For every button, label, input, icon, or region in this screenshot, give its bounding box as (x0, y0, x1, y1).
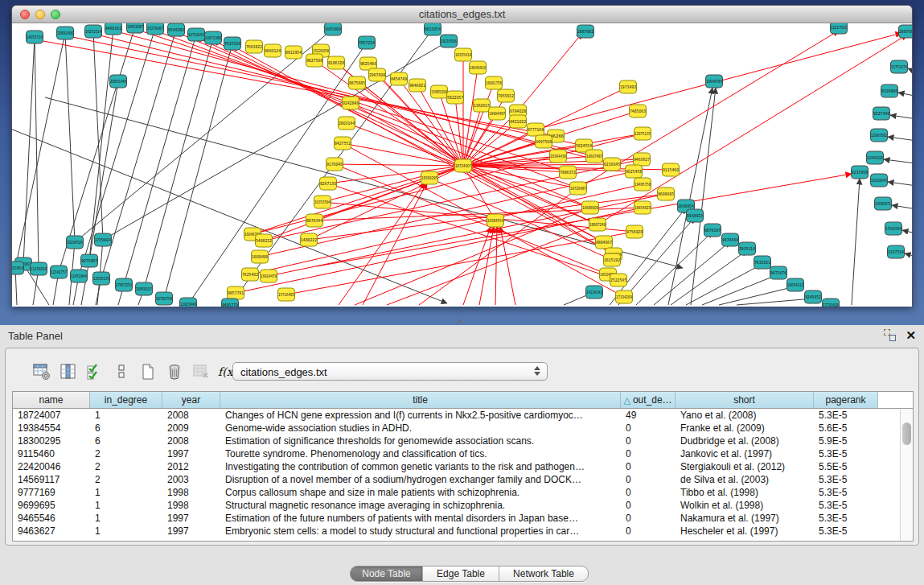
delete-icon[interactable] (164, 361, 185, 382)
tab-edge-table[interactable]: Edge Table (423, 566, 499, 581)
graph-node[interactable]: 12217032 (831, 23, 848, 34)
graph-node[interactable]: 16961758 (486, 76, 503, 89)
graph-node[interactable]: 9474444 (722, 233, 739, 246)
graph-node[interactable]: 16210643 (871, 174, 888, 187)
graph-node[interactable]: 2803144 (339, 117, 355, 130)
graph-node[interactable]: 17016504 (885, 222, 902, 235)
graph-node[interactable]: 15692971 (875, 197, 892, 210)
graph-node[interactable]: 16648784 (706, 75, 723, 88)
graph-node[interactable]: 9329966 (881, 84, 898, 97)
graph-node[interactable]: 11451944 (71, 270, 88, 282)
graph-node[interactable]: 18640910 (470, 61, 487, 74)
graph-node[interactable]: 1488222 (301, 233, 318, 246)
graph-node[interactable]: 1615192 (604, 253, 621, 266)
graph-node[interactable]: 8938923 (687, 209, 704, 222)
table-row[interactable]: 1456911722003Disruption of a novel membe… (13, 473, 913, 486)
table-row[interactable]: 1830029562008Estimation of significance … (13, 435, 913, 447)
graph-node[interactable]: 15276007 (147, 23, 164, 35)
graph-node[interactable]: 7632621 (754, 256, 771, 269)
column-header-out_de[interactable]: △out_de… (621, 392, 676, 408)
graph-node[interactable]: 20891406 (57, 27, 74, 39)
graph-node[interactable]: 8813054 (425, 23, 441, 35)
graph-node[interactable]: 9857791 (228, 286, 244, 299)
graph-node[interactable]: 14055714 (27, 31, 43, 43)
graph-node[interactable]: 17359924 (95, 233, 112, 246)
graph-node[interactable]: 9170046 (326, 158, 343, 171)
graph-node[interactable]: 9884067 (596, 236, 613, 249)
graph-node[interactable]: 8878344 (306, 214, 323, 227)
graph-node[interactable]: 9421022 (510, 115, 527, 128)
graph-node[interactable]: 12923448 (180, 298, 197, 307)
graph-node[interactable]: 1362615 (474, 99, 491, 112)
graph-node[interactable]: 10719165 (188, 28, 205, 41)
scrollbar-thumb[interactable] (902, 422, 911, 445)
tab-network-table[interactable]: Network Table (499, 566, 588, 581)
column-header-pagerank[interactable]: pagerank (814, 392, 878, 408)
graph-node[interactable]: 8186328 (328, 56, 345, 69)
graph-node[interactable]: 7986372 (560, 166, 577, 179)
graph-node[interactable]: 9466161 (105, 23, 122, 35)
graph-node[interactable]: 9846821 (409, 79, 426, 92)
graph-node[interactable]: 7857224 (359, 36, 376, 49)
row-selector-icon[interactable] (111, 361, 132, 382)
graph-node[interactable]: 14671388 (205, 31, 222, 44)
table-row[interactable]: 969969511998Structural magnetic resonanc… (13, 499, 913, 512)
table-row[interactable]: 1938455462009Genome-wide association stu… (13, 422, 913, 435)
graph-node[interactable]: 8912954 (285, 46, 302, 59)
tab-node-table[interactable]: Node Table (351, 566, 423, 581)
graph-node[interactable]: 17957253 (116, 278, 133, 291)
graph-node[interactable]: 19654923 (634, 201, 651, 214)
column-header-short[interactable]: short (676, 392, 814, 408)
graph-node[interactable]: 7663822 (246, 40, 263, 53)
graph-node[interactable]: 7625402 (242, 268, 259, 281)
table-row[interactable]: 1872400712008Changes of HCN gene express… (13, 409, 913, 422)
graph-node[interactable]: 2887682 (577, 25, 594, 38)
graph-node[interactable]: 9242848 (343, 97, 359, 109)
graph-node[interactable]: 12975135 (634, 127, 651, 140)
table-settings-icon[interactable] (31, 361, 52, 382)
graph-node[interactable]: 12142757 (51, 266, 68, 278)
graph-node[interactable]: 15716485 (278, 288, 295, 301)
graph-node[interactable]: 10958107 (136, 282, 153, 295)
graph-node[interactable]: 8504286 (168, 23, 185, 36)
graph-node[interactable]: 2935114 (739, 242, 756, 255)
graph-node[interactable]: 2967608 (369, 68, 386, 81)
graph-node[interactable]: 2522545 (610, 274, 627, 286)
graph-node[interactable]: 7485063 (630, 105, 647, 117)
graph-node[interactable]: 20364436 (550, 150, 567, 163)
graph-node[interactable]: 16914479 (261, 270, 277, 282)
graph-node[interactable]: 1167534 (888, 245, 905, 258)
graph-node[interactable]: 15751074 (891, 60, 908, 73)
graph-node[interactable]: 19495758 (634, 178, 651, 191)
graph-node[interactable]: 5498222 (256, 234, 273, 247)
graph-node[interactable]: 9025458 (626, 165, 643, 178)
graph-node[interactable]: 9463627 (634, 153, 651, 166)
graph-node[interactable]: 18724007 (455, 159, 472, 172)
graph-node[interactable]: 20053346 (110, 75, 127, 88)
column-header-name[interactable]: name (13, 392, 90, 408)
select-all-icon[interactable] (84, 361, 105, 382)
graph-node[interactable]: 15885209 (431, 85, 448, 98)
graph-node[interactable]: 9227349 (873, 107, 890, 120)
graph-node[interactable]: 18325419 (455, 48, 472, 61)
graph-node[interactable]: 6216045 (604, 158, 621, 171)
graph-node[interactable]: 12505135 (93, 272, 110, 285)
column-header-year[interactable]: year (162, 392, 220, 408)
graph-node[interactable]: 6879197 (704, 224, 721, 237)
graph-node[interactable]: 8215958 (852, 166, 869, 179)
float-panel-icon[interactable] (884, 329, 896, 341)
graph-node[interactable]: 14136141 (586, 286, 603, 299)
table-row[interactable]: 946554611997Estimation of the future num… (13, 512, 913, 525)
graph-node[interactable]: 17733426 (823, 299, 840, 307)
graph-node[interactable]: 16099489 (252, 250, 269, 263)
graph-node[interactable]: 3915954 (12, 262, 24, 274)
column-header-in_degree[interactable]: in_degree (90, 392, 162, 408)
graph-node[interactable]: 9115460 (663, 163, 680, 176)
graph-node[interactable]: 2887682 (899, 25, 913, 38)
graph-node[interactable]: 7615526 (224, 37, 241, 50)
graph-node[interactable]: 12093582 (871, 129, 888, 142)
graph-node[interactable]: 9660124 (265, 44, 281, 57)
graph-node[interactable]: 18807249 (589, 218, 606, 231)
graph-node[interactable]: 17334269 (616, 290, 633, 303)
graph-node[interactable]: 9756928 (626, 225, 643, 238)
